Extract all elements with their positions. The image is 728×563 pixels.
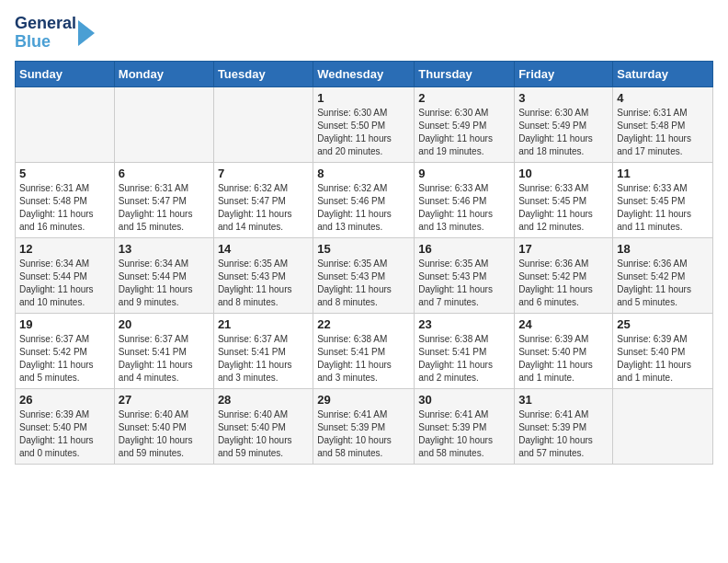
calendar-cell: 25Sunrise: 6:39 AM Sunset: 5:40 PM Dayli… <box>613 313 713 388</box>
day-info: Sunrise: 6:39 AM Sunset: 5:40 PM Dayligh… <box>617 333 709 385</box>
day-number: 26 <box>19 393 110 407</box>
calendar-cell: 19Sunrise: 6:37 AM Sunset: 5:42 PM Dayli… <box>16 313 115 388</box>
day-number: 12 <box>19 242 110 256</box>
logo: GeneralBlue <box>15 15 95 52</box>
weekday-header-monday: Monday <box>114 61 213 86</box>
weekday-header-tuesday: Tuesday <box>213 61 313 86</box>
day-number: 20 <box>119 317 210 331</box>
weekday-header-row: SundayMondayTuesdayWednesdayThursdayFrid… <box>16 61 713 86</box>
day-info: Sunrise: 6:33 AM Sunset: 5:46 PM Dayligh… <box>418 182 510 234</box>
calendar-cell: 17Sunrise: 6:36 AM Sunset: 5:42 PM Dayli… <box>515 237 613 313</box>
day-info: Sunrise: 6:33 AM Sunset: 5:45 PM Dayligh… <box>617 182 709 234</box>
calendar-cell: 29Sunrise: 6:41 AM Sunset: 5:39 PM Dayli… <box>313 388 415 464</box>
day-number: 11 <box>617 167 709 180</box>
day-info: Sunrise: 6:41 AM Sunset: 5:39 PM Dayligh… <box>518 408 609 460</box>
calendar-cell: 16Sunrise: 6:35 AM Sunset: 5:43 PM Dayli… <box>415 237 515 313</box>
day-number: 4 <box>617 91 709 105</box>
page-header: GeneralBlue <box>15 15 713 52</box>
calendar-cell: 13Sunrise: 6:34 AM Sunset: 5:44 PM Dayli… <box>114 237 213 313</box>
day-info: Sunrise: 6:37 AM Sunset: 5:41 PM Dayligh… <box>218 333 309 385</box>
day-number: 8 <box>317 167 410 180</box>
day-info: Sunrise: 6:40 AM Sunset: 5:40 PM Dayligh… <box>218 408 309 460</box>
day-number: 10 <box>518 167 609 180</box>
day-number: 9 <box>418 167 510 180</box>
day-info: Sunrise: 6:36 AM Sunset: 5:42 PM Dayligh… <box>518 258 609 309</box>
calendar-cell: 6Sunrise: 6:31 AM Sunset: 5:47 PM Daylig… <box>114 162 213 237</box>
day-info: Sunrise: 6:37 AM Sunset: 5:42 PM Dayligh… <box>19 333 110 385</box>
day-info: Sunrise: 6:36 AM Sunset: 5:42 PM Dayligh… <box>617 258 709 309</box>
calendar-cell: 27Sunrise: 6:40 AM Sunset: 5:40 PM Dayli… <box>114 388 213 464</box>
day-info: Sunrise: 6:34 AM Sunset: 5:44 PM Dayligh… <box>119 258 210 309</box>
day-number: 6 <box>119 167 210 180</box>
day-number: 1 <box>317 91 410 105</box>
calendar-cell: 12Sunrise: 6:34 AM Sunset: 5:44 PM Dayli… <box>16 237 115 313</box>
day-number: 19 <box>19 317 110 331</box>
calendar-cell: 21Sunrise: 6:37 AM Sunset: 5:41 PM Dayli… <box>213 313 313 388</box>
calendar-cell: 22Sunrise: 6:38 AM Sunset: 5:41 PM Dayli… <box>313 313 415 388</box>
calendar-table: SundayMondayTuesdayWednesdayThursdayFrid… <box>15 61 713 465</box>
day-info: Sunrise: 6:40 AM Sunset: 5:40 PM Dayligh… <box>119 408 210 460</box>
day-info: Sunrise: 6:35 AM Sunset: 5:43 PM Dayligh… <box>418 258 510 309</box>
calendar-cell: 15Sunrise: 6:35 AM Sunset: 5:43 PM Dayli… <box>313 237 415 313</box>
day-number: 30 <box>418 393 510 407</box>
day-info: Sunrise: 6:30 AM Sunset: 5:50 PM Dayligh… <box>317 107 410 158</box>
day-info: Sunrise: 6:35 AM Sunset: 5:43 PM Dayligh… <box>317 258 410 309</box>
day-number: 23 <box>418 317 510 331</box>
day-number: 29 <box>317 393 410 407</box>
weekday-header-saturday: Saturday <box>613 61 713 86</box>
logo-arrow-icon <box>78 20 95 46</box>
calendar-cell: 8Sunrise: 6:32 AM Sunset: 5:46 PM Daylig… <box>313 162 415 237</box>
calendar-week-row: 19Sunrise: 6:37 AM Sunset: 5:42 PM Dayli… <box>16 313 713 388</box>
day-number: 27 <box>119 393 210 407</box>
day-number: 7 <box>218 167 309 180</box>
calendar-week-row: 12Sunrise: 6:34 AM Sunset: 5:44 PM Dayli… <box>16 237 713 313</box>
day-info: Sunrise: 6:30 AM Sunset: 5:49 PM Dayligh… <box>418 107 510 158</box>
day-info: Sunrise: 6:33 AM Sunset: 5:45 PM Dayligh… <box>518 182 609 234</box>
day-number: 14 <box>218 242 309 256</box>
weekday-header-thursday: Thursday <box>415 61 515 86</box>
calendar-cell: 31Sunrise: 6:41 AM Sunset: 5:39 PM Dayli… <box>515 388 613 464</box>
calendar-cell <box>213 86 313 162</box>
day-info: Sunrise: 6:41 AM Sunset: 5:39 PM Dayligh… <box>418 408 510 460</box>
calendar-cell: 23Sunrise: 6:38 AM Sunset: 5:41 PM Dayli… <box>415 313 515 388</box>
day-number: 31 <box>518 393 609 407</box>
day-info: Sunrise: 6:30 AM Sunset: 5:49 PM Dayligh… <box>518 107 609 158</box>
calendar-cell: 20Sunrise: 6:37 AM Sunset: 5:41 PM Dayli… <box>114 313 213 388</box>
day-number: 21 <box>218 317 309 331</box>
calendar-week-row: 26Sunrise: 6:39 AM Sunset: 5:40 PM Dayli… <box>16 388 713 464</box>
day-number: 5 <box>19 167 110 180</box>
day-number: 25 <box>617 317 709 331</box>
logo-text: GeneralBlue <box>15 15 76 52</box>
day-info: Sunrise: 6:38 AM Sunset: 5:41 PM Dayligh… <box>418 333 510 385</box>
day-number: 22 <box>317 317 410 331</box>
day-number: 15 <box>317 242 410 256</box>
calendar-cell: 24Sunrise: 6:39 AM Sunset: 5:40 PM Dayli… <box>515 313 613 388</box>
calendar-cell: 28Sunrise: 6:40 AM Sunset: 5:40 PM Dayli… <box>213 388 313 464</box>
calendar-cell: 30Sunrise: 6:41 AM Sunset: 5:39 PM Dayli… <box>415 388 515 464</box>
day-info: Sunrise: 6:31 AM Sunset: 5:48 PM Dayligh… <box>19 182 110 234</box>
calendar-cell: 26Sunrise: 6:39 AM Sunset: 5:40 PM Dayli… <box>16 388 115 464</box>
day-number: 18 <box>617 242 709 256</box>
day-info: Sunrise: 6:38 AM Sunset: 5:41 PM Dayligh… <box>317 333 410 385</box>
day-info: Sunrise: 6:37 AM Sunset: 5:41 PM Dayligh… <box>119 333 210 385</box>
day-info: Sunrise: 6:41 AM Sunset: 5:39 PM Dayligh… <box>317 408 410 460</box>
calendar-week-row: 5Sunrise: 6:31 AM Sunset: 5:48 PM Daylig… <box>16 162 713 237</box>
calendar-cell <box>613 388 713 464</box>
calendar-cell: 3Sunrise: 6:30 AM Sunset: 5:49 PM Daylig… <box>515 86 613 162</box>
day-info: Sunrise: 6:31 AM Sunset: 5:47 PM Dayligh… <box>119 182 210 234</box>
calendar-week-row: 1Sunrise: 6:30 AM Sunset: 5:50 PM Daylig… <box>16 86 713 162</box>
day-info: Sunrise: 6:39 AM Sunset: 5:40 PM Dayligh… <box>19 408 110 460</box>
calendar-cell: 5Sunrise: 6:31 AM Sunset: 5:48 PM Daylig… <box>16 162 115 237</box>
calendar-cell: 10Sunrise: 6:33 AM Sunset: 5:45 PM Dayli… <box>515 162 613 237</box>
day-info: Sunrise: 6:34 AM Sunset: 5:44 PM Dayligh… <box>19 258 110 309</box>
weekday-header-wednesday: Wednesday <box>313 61 415 86</box>
day-number: 28 <box>218 393 309 407</box>
day-info: Sunrise: 6:32 AM Sunset: 5:46 PM Dayligh… <box>317 182 410 234</box>
day-info: Sunrise: 6:35 AM Sunset: 5:43 PM Dayligh… <box>218 258 309 309</box>
calendar-cell: 4Sunrise: 6:31 AM Sunset: 5:48 PM Daylig… <box>613 86 713 162</box>
calendar-cell: 7Sunrise: 6:32 AM Sunset: 5:47 PM Daylig… <box>213 162 313 237</box>
day-info: Sunrise: 6:39 AM Sunset: 5:40 PM Dayligh… <box>518 333 609 385</box>
day-number: 2 <box>418 91 510 105</box>
calendar-cell: 2Sunrise: 6:30 AM Sunset: 5:49 PM Daylig… <box>415 86 515 162</box>
day-number: 16 <box>418 242 510 256</box>
